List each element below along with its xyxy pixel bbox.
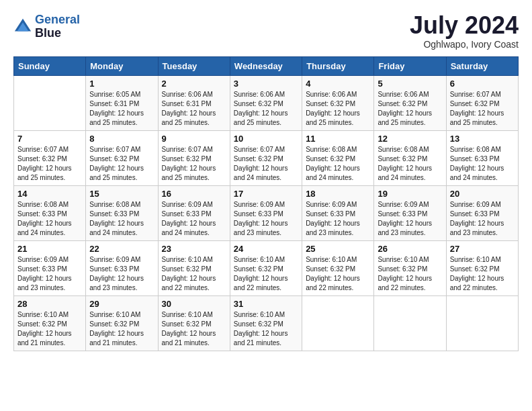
day-number: 19 — [378, 189, 442, 199]
day-number: 15 — [89, 189, 154, 199]
day-info: Sunrise: 6:10 AMSunset: 6:32 PMDaylight:… — [234, 310, 298, 348]
weekday-header-wednesday: Wednesday — [230, 57, 302, 76]
logo-line2: Blue — [35, 27, 80, 40]
day-info: Sunrise: 6:09 AMSunset: 6:33 PMDaylight:… — [162, 200, 226, 238]
calendar-cell — [14, 76, 86, 131]
day-number: 23 — [162, 244, 226, 254]
day-number: 20 — [450, 189, 515, 199]
calendar-cell: 27Sunrise: 6:10 AMSunset: 6:32 PMDayligh… — [446, 241, 518, 296]
day-info: Sunrise: 6:10 AMSunset: 6:32 PMDaylight:… — [306, 255, 370, 293]
day-info: Sunrise: 6:09 AMSunset: 6:33 PMDaylight:… — [89, 255, 154, 293]
day-info: Sunrise: 6:06 AMSunset: 6:32 PMDaylight:… — [306, 90, 370, 128]
calendar-cell: 20Sunrise: 6:09 AMSunset: 6:33 PMDayligh… — [446, 186, 518, 241]
calendar-cell: 6Sunrise: 6:07 AMSunset: 6:32 PMDaylight… — [446, 76, 518, 131]
page-header: General Blue July 2024 Oghlwapo, Ivory C… — [13, 13, 519, 50]
day-number: 11 — [306, 134, 370, 144]
day-info: Sunrise: 6:07 AMSunset: 6:32 PMDaylight:… — [450, 90, 515, 128]
day-info: Sunrise: 6:10 AMSunset: 6:32 PMDaylight:… — [234, 255, 298, 293]
calendar-cell: 15Sunrise: 6:08 AMSunset: 6:33 PMDayligh… — [86, 186, 158, 241]
calendar-week-2: 7Sunrise: 6:07 AMSunset: 6:32 PMDaylight… — [14, 131, 519, 186]
day-info: Sunrise: 6:08 AMSunset: 6:33 PMDaylight:… — [89, 200, 154, 238]
calendar-cell: 22Sunrise: 6:09 AMSunset: 6:33 PMDayligh… — [86, 241, 158, 296]
day-info: Sunrise: 6:07 AMSunset: 6:32 PMDaylight:… — [89, 145, 154, 183]
day-info: Sunrise: 6:07 AMSunset: 6:32 PMDaylight:… — [234, 145, 298, 183]
calendar-cell: 13Sunrise: 6:08 AMSunset: 6:33 PMDayligh… — [446, 131, 518, 186]
day-info: Sunrise: 6:09 AMSunset: 6:33 PMDaylight:… — [234, 200, 298, 238]
day-number: 7 — [17, 134, 82, 144]
day-number: 29 — [89, 299, 154, 309]
calendar-cell: 28Sunrise: 6:10 AMSunset: 6:32 PMDayligh… — [14, 296, 86, 351]
logo-icon — [13, 17, 32, 36]
calendar-cell — [374, 296, 446, 351]
day-number: 9 — [162, 134, 226, 144]
calendar-cell: 30Sunrise: 6:10 AMSunset: 6:32 PMDayligh… — [158, 296, 230, 351]
day-number: 24 — [234, 244, 298, 254]
day-info: Sunrise: 6:08 AMSunset: 6:33 PMDaylight:… — [17, 200, 82, 238]
calendar-week-1: 1Sunrise: 6:05 AMSunset: 6:31 PMDaylight… — [14, 76, 519, 131]
calendar-cell: 26Sunrise: 6:10 AMSunset: 6:32 PMDayligh… — [374, 241, 446, 296]
calendar-cell: 17Sunrise: 6:09 AMSunset: 6:33 PMDayligh… — [230, 186, 302, 241]
calendar-cell: 1Sunrise: 6:05 AMSunset: 6:31 PMDaylight… — [86, 76, 158, 131]
calendar-cell: 9Sunrise: 6:07 AMSunset: 6:32 PMDaylight… — [158, 131, 230, 186]
calendar-cell: 7Sunrise: 6:07 AMSunset: 6:32 PMDaylight… — [14, 131, 86, 186]
calendar-cell: 23Sunrise: 6:10 AMSunset: 6:32 PMDayligh… — [158, 241, 230, 296]
day-number: 30 — [162, 299, 226, 309]
day-number: 17 — [234, 189, 298, 199]
day-info: Sunrise: 6:10 AMSunset: 6:32 PMDaylight:… — [17, 310, 82, 348]
calendar-week-4: 21Sunrise: 6:09 AMSunset: 6:33 PMDayligh… — [14, 241, 519, 296]
calendar-cell — [446, 296, 518, 351]
weekday-header-row: SundayMondayTuesdayWednesdayThursdayFrid… — [14, 57, 519, 76]
calendar-week-5: 28Sunrise: 6:10 AMSunset: 6:32 PMDayligh… — [14, 296, 519, 351]
day-info: Sunrise: 6:06 AMSunset: 6:32 PMDaylight:… — [234, 90, 298, 128]
weekday-header-friday: Friday — [374, 57, 446, 76]
calendar-cell: 16Sunrise: 6:09 AMSunset: 6:33 PMDayligh… — [158, 186, 230, 241]
day-info: Sunrise: 6:06 AMSunset: 6:31 PMDaylight:… — [162, 90, 226, 128]
calendar-cell: 31Sunrise: 6:10 AMSunset: 6:32 PMDayligh… — [230, 296, 302, 351]
calendar-cell: 2Sunrise: 6:06 AMSunset: 6:31 PMDaylight… — [158, 76, 230, 131]
day-info: Sunrise: 6:09 AMSunset: 6:33 PMDaylight:… — [378, 200, 442, 238]
calendar-cell: 5Sunrise: 6:06 AMSunset: 6:32 PMDaylight… — [374, 76, 446, 131]
day-info: Sunrise: 6:10 AMSunset: 6:32 PMDaylight:… — [162, 310, 226, 348]
day-info: Sunrise: 6:10 AMSunset: 6:32 PMDaylight:… — [162, 255, 226, 293]
day-info: Sunrise: 6:06 AMSunset: 6:32 PMDaylight:… — [378, 90, 442, 128]
day-number: 31 — [234, 299, 298, 309]
weekday-header-sunday: Sunday — [14, 57, 86, 76]
calendar-cell: 10Sunrise: 6:07 AMSunset: 6:32 PMDayligh… — [230, 131, 302, 186]
calendar-cell: 21Sunrise: 6:09 AMSunset: 6:33 PMDayligh… — [14, 241, 86, 296]
weekday-header-thursday: Thursday — [302, 57, 374, 76]
day-number: 6 — [450, 79, 515, 89]
day-number: 3 — [234, 79, 298, 89]
day-number: 2 — [162, 79, 226, 89]
day-number: 27 — [450, 244, 515, 254]
calendar-cell: 18Sunrise: 6:09 AMSunset: 6:33 PMDayligh… — [302, 186, 374, 241]
calendar-table: SundayMondayTuesdayWednesdayThursdayFrid… — [13, 56, 519, 351]
day-number: 21 — [17, 244, 82, 254]
calendar-cell: 24Sunrise: 6:10 AMSunset: 6:32 PMDayligh… — [230, 241, 302, 296]
day-info: Sunrise: 6:10 AMSunset: 6:32 PMDaylight:… — [378, 255, 442, 293]
day-number: 1 — [89, 79, 154, 89]
day-number: 26 — [378, 244, 442, 254]
calendar-cell: 12Sunrise: 6:08 AMSunset: 6:32 PMDayligh… — [374, 131, 446, 186]
calendar-cell: 4Sunrise: 6:06 AMSunset: 6:32 PMDaylight… — [302, 76, 374, 131]
day-number: 13 — [450, 134, 515, 144]
day-number: 5 — [378, 79, 442, 89]
location: Oghlwapo, Ivory Coast — [410, 39, 519, 50]
logo-line1: General — [35, 13, 80, 26]
month-title: July 2024 — [410, 13, 519, 38]
day-number: 10 — [234, 134, 298, 144]
day-info: Sunrise: 6:09 AMSunset: 6:33 PMDaylight:… — [17, 255, 82, 293]
day-number: 28 — [17, 299, 82, 309]
day-info: Sunrise: 6:10 AMSunset: 6:32 PMDaylight:… — [89, 310, 154, 348]
calendar-body: 1Sunrise: 6:05 AMSunset: 6:31 PMDaylight… — [14, 76, 519, 351]
day-info: Sunrise: 6:08 AMSunset: 6:32 PMDaylight:… — [378, 145, 442, 183]
title-block: July 2024 Oghlwapo, Ivory Coast — [410, 13, 519, 50]
day-number: 8 — [89, 134, 154, 144]
calendar-cell: 25Sunrise: 6:10 AMSunset: 6:32 PMDayligh… — [302, 241, 374, 296]
weekday-header-monday: Monday — [86, 57, 158, 76]
day-info: Sunrise: 6:07 AMSunset: 6:32 PMDaylight:… — [162, 145, 226, 183]
logo: General Blue — [13, 13, 80, 40]
day-number: 12 — [378, 134, 442, 144]
day-info: Sunrise: 6:09 AMSunset: 6:33 PMDaylight:… — [306, 200, 370, 238]
weekday-header-saturday: Saturday — [446, 57, 518, 76]
logo-text: General Blue — [35, 13, 80, 40]
